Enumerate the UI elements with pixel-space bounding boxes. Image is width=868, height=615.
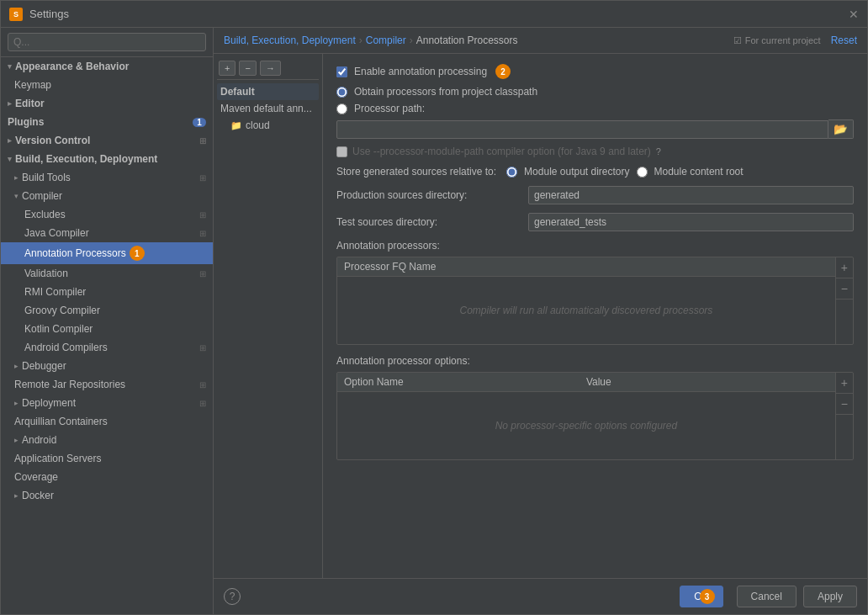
- excludes-icon: ⊞: [199, 210, 206, 220]
- app-icon: S: [9, 8, 23, 21]
- for-project-label: ☑ For current project: [733, 35, 821, 46]
- help-icon[interactable]: ?: [656, 146, 661, 156]
- sidebar-item-groovy-compiler[interactable]: Groovy Compiler: [1, 301, 213, 320]
- breadcrumb-link-compiler[interactable]: Compiler: [366, 34, 406, 46]
- sidebar-item-plugins[interactable]: Plugins 1: [1, 113, 213, 131]
- sidebar-item-label: Compiler: [22, 190, 62, 202]
- tree-item-label: Default: [220, 86, 255, 98]
- split-pane: + − → Default Maven default ann... 📁 clo…: [214, 54, 867, 578]
- processor-path-radio[interactable]: [336, 103, 347, 114]
- expand-arrow: ▸: [14, 399, 19, 407]
- tree-item-cloud[interactable]: 📁 cloud: [217, 117, 319, 134]
- options-remove-button[interactable]: −: [836, 394, 853, 415]
- tree-remove-button[interactable]: −: [239, 61, 256, 76]
- table-remove-button[interactable]: −: [836, 278, 853, 300]
- cancel-button[interactable]: Cancel: [737, 586, 797, 607]
- deployment-icon: ⊞: [199, 399, 206, 408]
- sidebar-item-debugger[interactable]: ▸ Debugger: [1, 357, 213, 375]
- table-actions: + −: [835, 257, 853, 344]
- options-table-main: Option Name Value No processor-specific …: [337, 373, 835, 459]
- annotation-processors-table: Processor FQ Name Compiler will run all …: [336, 257, 854, 345]
- apply-button[interactable]: Apply: [803, 586, 857, 607]
- production-sources-input[interactable]: [528, 186, 854, 204]
- options-empty-text: No processor-specific options configured: [495, 420, 678, 432]
- project-icon: ☑: [733, 35, 742, 46]
- sidebar-item-label: Groovy Compiler: [24, 305, 100, 316]
- breadcrumb-sep1: ›: [359, 34, 363, 46]
- module-output-radio[interactable]: [506, 167, 517, 178]
- annotation-options-table: Option Name Value No processor-specific …: [336, 372, 854, 460]
- sidebar-item-keymap[interactable]: Keymap: [1, 76, 213, 94]
- validation-icon: ⊞: [199, 269, 206, 278]
- expand-arrow: ▸: [14, 362, 19, 370]
- tree-arrow-button[interactable]: →: [260, 61, 281, 76]
- tree-item-default[interactable]: Default: [217, 83, 319, 100]
- expand-arrow: ▸: [8, 136, 12, 145]
- table-add-button[interactable]: +: [836, 257, 853, 278]
- sidebar-item-excludes[interactable]: Excludes ⊞: [1, 205, 213, 224]
- sidebar-item-deployment[interactable]: ▸ Deployment ⊞: [1, 394, 213, 412]
- sidebar-item-label: Android: [22, 434, 56, 446]
- main-panel: Build, Execution, Deployment › Compiler …: [214, 28, 867, 614]
- sidebar-item-version-control[interactable]: ▸ Version Control ⊞: [1, 131, 213, 150]
- sidebar-item-docker[interactable]: ▸ Docker: [1, 486, 213, 505]
- sidebar-item-label: Android Compilers: [24, 342, 108, 353]
- production-sources-label: Production sources directory:: [336, 189, 521, 201]
- annotation-options-label: Annotation processor options:: [336, 355, 854, 367]
- module-content-label: Module content root: [654, 166, 744, 178]
- breadcrumb-link-build[interactable]: Build, Execution, Deployment: [224, 34, 356, 46]
- sidebar-item-coverage[interactable]: Coverage: [1, 468, 213, 486]
- sidebar-item-remote-jar[interactable]: Remote Jar Repositories ⊞: [1, 375, 213, 394]
- processor-path-row: Processor path:: [336, 103, 854, 114]
- tree-add-button[interactable]: +: [219, 61, 236, 76]
- sidebar-item-label: Version Control: [15, 135, 90, 146]
- sidebar-item-rmi-compiler[interactable]: RMI Compiler: [1, 283, 213, 301]
- table-header: Processor FQ Name: [337, 257, 835, 277]
- path-browse-button[interactable]: 📂: [828, 119, 854, 139]
- col-value: Value: [586, 376, 828, 388]
- title-bar-left: S Settings: [9, 8, 69, 21]
- sidebar-item-android[interactable]: ▸ Android: [1, 431, 213, 449]
- expand-arrow: ▸: [14, 491, 19, 500]
- module-content-radio[interactable]: [637, 167, 648, 178]
- sidebar-item-label: Build, Execution, Deployment: [15, 153, 157, 165]
- search-input[interactable]: [8, 33, 206, 51]
- sidebar-item-validation[interactable]: Validation ⊞: [1, 264, 213, 283]
- sidebar-item-editor[interactable]: ▸ Editor: [1, 94, 213, 113]
- sidebar-item-build-tools[interactable]: ▸ Build Tools ⊞: [1, 168, 213, 187]
- tree-panel: + − → Default Maven default ann... 📁 clo…: [214, 54, 323, 578]
- options-table-actions: + −: [835, 373, 853, 459]
- enable-processing-checkbox[interactable]: [336, 66, 347, 77]
- processor-path-input[interactable]: [336, 120, 828, 139]
- breadcrumb-current: Annotation Processors: [416, 34, 518, 46]
- close-icon[interactable]: ✕: [849, 8, 859, 21]
- folder-icon: 📁: [230, 120, 242, 131]
- settings-dialog: S Settings ✕ ▾ Appearance & Behavior Key…: [0, 0, 868, 615]
- sidebar-item-compiler[interactable]: ▾ Compiler: [1, 187, 213, 205]
- help-button[interactable]: ?: [224, 588, 241, 605]
- sidebar-item-annotation-processors[interactable]: Annotation Processors 1: [1, 242, 213, 264]
- test-sources-input[interactable]: [528, 213, 854, 231]
- badge-3: 3: [700, 589, 715, 604]
- options-add-button[interactable]: +: [836, 373, 853, 394]
- options-table-with-actions: Option Name Value No processor-specific …: [337, 373, 853, 459]
- breadcrumb-bar: Build, Execution, Deployment › Compiler …: [214, 28, 867, 54]
- search-box: [1, 28, 213, 57]
- sidebar-item-build[interactable]: ▾ Build, Execution, Deployment: [1, 150, 213, 168]
- sidebar-item-android-compilers[interactable]: Android Compilers ⊞: [1, 338, 213, 357]
- sidebar-item-appearance[interactable]: ▾ Appearance & Behavior: [1, 57, 213, 76]
- sidebar-item-label: Arquillian Containers: [14, 416, 108, 427]
- sidebar-item-app-servers[interactable]: Application Servers: [1, 449, 213, 468]
- sidebar-item-arquillian[interactable]: Arquillian Containers: [1, 412, 213, 431]
- test-sources-row: Test sources directory:: [336, 213, 854, 231]
- obtain-processors-radio[interactable]: [336, 87, 347, 98]
- tree-item-maven[interactable]: Maven default ann...: [217, 100, 319, 117]
- sidebar-item-kotlin-compiler[interactable]: Kotlin Compiler: [1, 320, 213, 338]
- reset-button[interactable]: Reset: [831, 34, 857, 46]
- test-sources-label: Test sources directory:: [336, 216, 521, 228]
- java-compiler-icon: ⊞: [199, 229, 206, 238]
- bottom-bar: ? OK 3 Cancel Apply: [214, 578, 867, 614]
- sidebar-item-label: Keymap: [14, 79, 51, 91]
- enable-processing-row: Enable annotation processing 2: [336, 64, 854, 79]
- sidebar-item-java-compiler[interactable]: Java Compiler ⊞: [1, 224, 213, 242]
